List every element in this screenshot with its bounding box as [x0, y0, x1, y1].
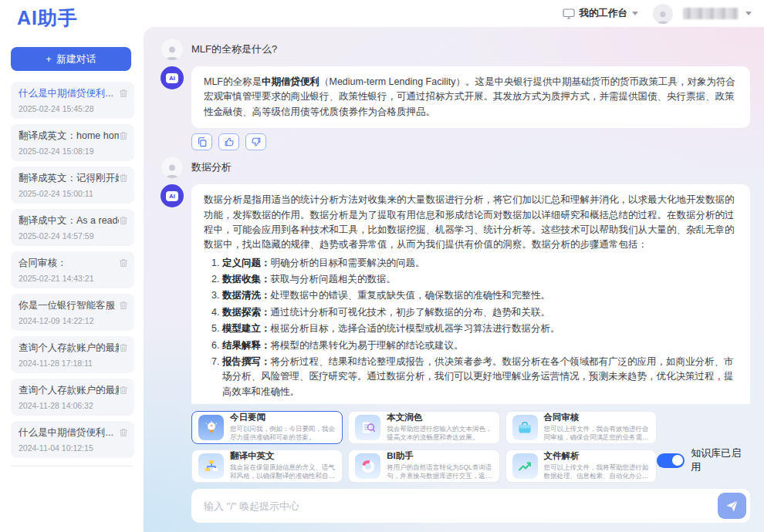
new-chat-button[interactable]: + 新建对话: [11, 47, 131, 71]
ai-avatar-label: AI: [166, 73, 178, 83]
conversation-item[interactable]: 查询个人存款账户的最新... 2024-11-28 14:06:32: [11, 379, 134, 416]
copy-button[interactable]: [191, 133, 212, 150]
ai-avatar-label: AI: [166, 191, 178, 201]
feature-card-contract[interactable]: 合同审核 您可以上传文件，我会有效地进行合同审核，确保合同满足您的业务需求。: [505, 411, 657, 444]
step-item: 数据收集：获取与分析问题相关的数据。: [222, 272, 738, 287]
ai-response-bold: 中期借贷便利: [262, 76, 319, 87]
step-item: 数据探索：通过统计分析和可视化技术，初步了解数据的分布、趋势和关联。: [222, 305, 738, 320]
feature-section: 今日要闻 您可以问我，例如：今日要闻，我会尽力提供准确和可靠的答案。 本文润色 …: [191, 411, 750, 483]
step-item: 结果解释：将模型的结果转化为易于理解的结论或建议。: [222, 338, 738, 353]
conversation-item[interactable]: 合同审核： 2025-02-21 14:43:21: [11, 251, 134, 288]
thumbs-down-icon: [251, 136, 262, 147]
conversation-item[interactable]: 翻译成英文：home home 2025-02-24 15:08:19: [11, 124, 134, 161]
conversation-item[interactable]: 翻译成中文：As a reader... 2025-02-24 14:57:59: [11, 209, 134, 246]
conversation-list: 什么是中期借贷便利... 2025-02-24 15:45:28 翻译成英文：h…: [0, 82, 144, 458]
thumbs-up-button[interactable]: [218, 133, 239, 150]
delete-conversation-icon[interactable]: [118, 385, 129, 396]
topbar: 我的工作台: [563, 0, 752, 27]
polish-doc-icon: [355, 415, 380, 440]
delete-conversation-icon[interactable]: [118, 342, 129, 353]
feature-cards: 今日要闻 您可以问我，例如：今日要闻，我会尽力提供准确和可靠的答案。 本文润色 …: [191, 411, 657, 483]
delete-conversation-icon[interactable]: [118, 215, 129, 226]
step-item: 数据清洗：处理数据中的错误、重复或缺失值，确保数据的准确性和完整性。: [222, 288, 738, 303]
ai-response-card: 数据分析是指用适当的统计分析方法对收集来的大量数据进行分析，将它们加以汇总和理解…: [191, 184, 750, 404]
conversation-item[interactable]: 翻译成英文：记得刚开始... 2025-02-24 15:00:11: [11, 167, 134, 204]
workspace-label: 我的工作台: [580, 7, 628, 20]
response-actions: [191, 133, 750, 150]
user-avatar: [161, 38, 184, 61]
ai-avatar: AI: [161, 66, 184, 89]
delete-conversation-icon[interactable]: [118, 88, 129, 99]
message-input[interactable]: [202, 500, 718, 513]
toggle-knob: [672, 455, 683, 466]
knowledge-base-label: 知识库已启用: [691, 446, 750, 474]
delete-conversation-icon[interactable]: [118, 130, 129, 141]
user-message: 数据分析: [161, 156, 750, 179]
ai-response-card: MLF的全称是中期借贷便利（Medium-term Lending Facili…: [191, 66, 750, 128]
lightbulb-icon: [198, 415, 224, 440]
briefcase-icon: [512, 415, 538, 440]
feature-card-bi[interactable]: BI助手 将用户的自然语言转化为SQL查询语句，并直接与数据库进行交互，返回智能…: [348, 450, 499, 483]
delete-conversation-icon[interactable]: [118, 427, 129, 438]
username-masked: [683, 8, 739, 19]
sidebar-divider: [11, 466, 133, 466]
analysis-steps-list: 定义问题：明确分析的目标和需要解决的问题。 数据收集：获取与分析问题相关的数据。…: [204, 256, 738, 399]
new-chat-label: 新建对话: [56, 52, 96, 66]
feature-card-translate[interactable]: 翻译中英文 我会旨在保留原始信息的含义、语气和风格，以确保翻译的准确性和自然流畅…: [191, 450, 343, 483]
conversation-item[interactable]: 你是一位银行智能客服，... 2024-12-09 14:22:12: [11, 294, 134, 331]
composer: [191, 489, 750, 523]
user-message-text: MLF的全称是什么?: [191, 42, 277, 56]
plus-icon: +: [46, 53, 52, 65]
feature-card-fileparse[interactable]: 文件解析 您可以上传文件，我将帮助您进行如数据处理、信息检索、自动化办公等。: [505, 450, 657, 483]
chevron-down-icon: [632, 12, 638, 15]
delete-conversation-icon[interactable]: [118, 258, 129, 268]
step-item: 模型建立：根据分析目标，选择合适的统计模型或机器学习算法进行数据分析。: [222, 322, 738, 336]
delete-conversation-icon[interactable]: [118, 173, 129, 184]
paper-plane-icon: [725, 500, 739, 513]
send-button[interactable]: [718, 493, 746, 519]
step-item: 报告撰写：将分析过程、结果和结论整理成报告，供决策者参考。数据分析在各个领域都有…: [222, 355, 738, 399]
chat-messages: MLF的全称是什么? AI MLF的全称是中期借贷便利（Medium-term …: [161, 33, 750, 404]
knowledge-base-toggle[interactable]: 知识库已启用: [657, 446, 750, 474]
ai-message: AI 数据分析是指用适当的统计分析方法对收集来的大量数据进行分析，将它们加以汇总…: [161, 184, 750, 404]
donut-chart-icon: [355, 453, 380, 479]
delete-conversation-icon[interactable]: [118, 300, 129, 311]
account-chevron-icon[interactable]: [745, 12, 752, 15]
conversation-item[interactable]: 什么是中期借贷便利... 2025-02-24 15:45:28: [11, 82, 134, 119]
conversation-item[interactable]: 查询个人存款账户的最新... 2024-11-28 17:18:11: [11, 336, 134, 373]
sitemap-icon: [198, 453, 224, 479]
feature-card-polish[interactable]: 本文润色 我会帮助您进行您输入的文本润色，提高文本的流畅度和表达效果。: [348, 411, 499, 444]
conversation-item[interactable]: 什么是中期借贷便利... 2024-11-04 10:12:15: [11, 421, 134, 458]
trend-arrow-icon: [512, 453, 538, 479]
thumbs-down-button[interactable]: [245, 133, 266, 150]
user-message-text: 数据分析: [191, 160, 232, 174]
toggle-switch[interactable]: [657, 453, 685, 468]
ai-message: AI MLF的全称是中期借贷便利（Medium-term Lending Fac…: [161, 66, 750, 128]
chat-panel: MLF的全称是什么? AI MLF的全称是中期借贷便利（Medium-term …: [144, 27, 764, 532]
ai-response-intro: 数据分析是指用适当的统计分析方法对收集来的大量数据进行分析，将它们加以汇总和理解…: [204, 194, 735, 250]
workspace-menu[interactable]: 我的工作台: [563, 7, 639, 20]
step-item: 定义问题：明确分析的目标和需要解决的问题。: [222, 256, 738, 271]
copy-icon: [197, 136, 208, 147]
monitor-icon: [563, 8, 575, 19]
user-avatar[interactable]: [653, 4, 673, 24]
feature-card-news[interactable]: 今日要闻 您可以问我，例如：今日要闻，我会尽力提供准确和可靠的答案。: [191, 411, 343, 444]
user-message: MLF的全称是什么?: [161, 38, 750, 61]
user-avatar: [161, 156, 184, 179]
sidebar: AI助手 + 新建对话 什么是中期借贷便利... 2025-02-24 15:4…: [0, 0, 144, 532]
app-logo: AI助手: [0, 0, 144, 31]
ai-avatar: AI: [161, 184, 184, 207]
thumbs-up-icon: [224, 136, 235, 147]
ai-response-text: MLF的全称是: [204, 76, 262, 87]
